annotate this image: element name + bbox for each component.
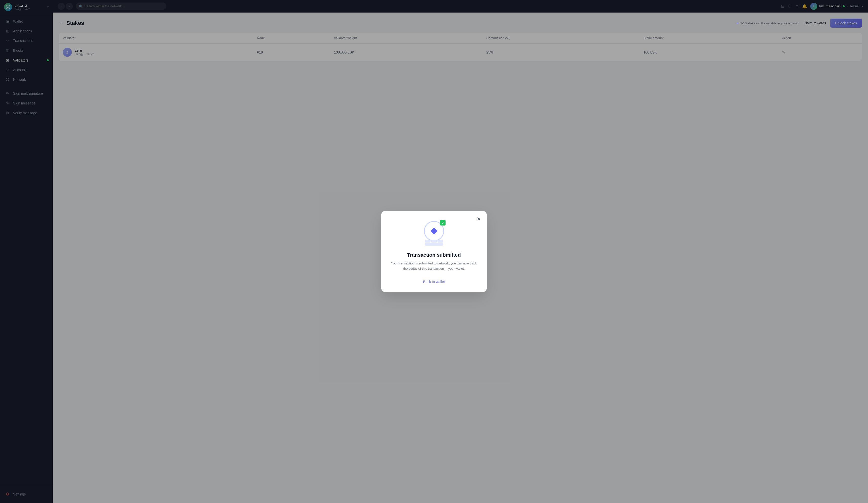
success-illustration: ✓ xyxy=(389,221,479,246)
transaction-submitted-modal: ✕ ✓ xyxy=(381,211,487,292)
brick-base xyxy=(425,243,443,245)
brick-1 xyxy=(425,240,431,243)
content-area: ← Stakes ≡ 9/10 stakes still available i… xyxy=(53,12,868,503)
brick-3 xyxy=(437,240,443,243)
back-to-wallet-button[interactable]: Back to wallet xyxy=(423,280,445,284)
illustration-container: ✓ xyxy=(419,221,449,246)
base-illustration xyxy=(424,240,444,246)
modal-description: Your transaction is submitted to network… xyxy=(389,261,479,271)
diamond-icon xyxy=(431,228,437,234)
check-badge-icon: ✓ xyxy=(440,220,446,226)
modal-close-button[interactable]: ✕ xyxy=(475,215,483,223)
modal-title: Transaction submitted xyxy=(389,252,479,258)
brick-2 xyxy=(431,240,437,243)
main-area: ‹ › 🔍 ⊟ ☾ ≡ 🔔 L lisk_mainchain • Testnet… xyxy=(53,0,868,503)
close-icon: ✕ xyxy=(477,216,481,222)
modal-overlay: ✕ ✓ xyxy=(53,12,868,503)
